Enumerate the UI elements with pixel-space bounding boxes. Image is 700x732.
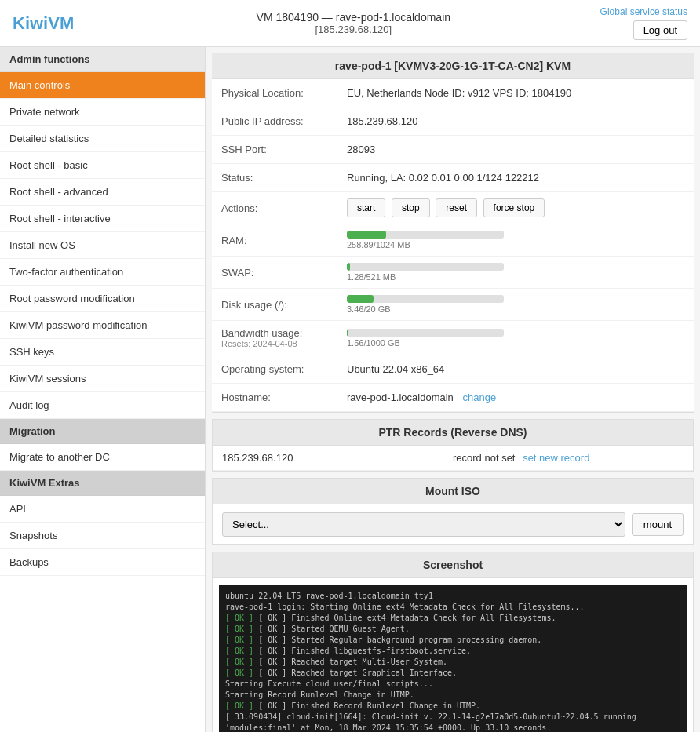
actions-value: start stop reset force stop	[347, 198, 684, 217]
sidebar-item-root-password[interactable]: Root password modification	[0, 286, 205, 312]
bandwidth-row: Bandwidth usage: Resets: 2024-04-08 1.56…	[212, 321, 694, 355]
sidebar-item-root-shell-advanced[interactable]: Root shell - advanced	[0, 179, 205, 206]
topbar-right: Global service status Log out	[600, 6, 687, 40]
screenshot-content: ubuntu 22.04 LTS rave-pod-1.localdomain …	[219, 585, 687, 732]
screenshot-line-6: [ OK ] [ OK ] Reached target Multi-User …	[225, 657, 680, 668]
swap-text: 1.28/521 MB	[347, 272, 684, 282]
vm-ip: [185.239.68.120]	[107, 24, 600, 35]
sidebar-item-audit-log[interactable]: Audit log	[0, 392, 205, 419]
status-row: Status: Running, LA: 0.02 0.01 0.00 1/12…	[212, 164, 694, 192]
public-ip-row: Public IP address: 185.239.68.120	[212, 107, 694, 136]
bandwidth-resets: Resets: 2024-04-08	[221, 339, 347, 348]
ram-value: 258.89/1024 MB	[347, 231, 684, 249]
disk-progress-fill	[347, 295, 374, 303]
sidebar-item-ssh-keys[interactable]: SSH keys	[0, 339, 205, 366]
mount-iso-section: Mount ISO Select... ▼ mount	[212, 478, 694, 545]
sidebar-item-install-new-os[interactable]: Install new OS	[0, 232, 205, 259]
vm-title: VM 1804190 — rave-pod-1.localdomain	[107, 11, 600, 24]
screenshot-line-4: [ OK ] [ OK ] Started Regular background…	[225, 635, 680, 646]
bandwidth-label: Bandwidth usage: Resets: 2024-04-08	[221, 327, 347, 348]
ptr-section: PTR Records (Reverse DNS) 185.239.68.120…	[212, 419, 694, 472]
extras-section-header: KiwiVM Extras	[0, 471, 205, 496]
content-area: rave-pod-1 [KVMV3-20G-1G-1T-CA-CN2] KVM …	[206, 47, 700, 732]
ptr-ip: 185.239.68.120	[222, 452, 453, 464]
sidebar-item-detailed-statistics[interactable]: Detailed statistics	[0, 126, 205, 152]
screenshot-line-0: ubuntu 22.04 LTS rave-pod-1.localdomain …	[225, 591, 680, 602]
screenshot-line-9: Starting Record Runlevel Change in UTMP.	[225, 690, 680, 701]
start-button[interactable]: start	[347, 198, 385, 217]
ptr-title: PTR Records (Reverse DNS)	[213, 420, 693, 446]
logout-button[interactable]: Log out	[633, 20, 687, 40]
ssh-port-value: 28093	[347, 144, 684, 155]
swap-progress-fill	[347, 263, 350, 271]
actions-label: Actions:	[221, 202, 347, 214]
screenshot-section: Screenshot ubuntu 22.04 LTS rave-pod-1.l…	[212, 552, 694, 732]
sidebar-item-backups[interactable]: Backups	[0, 549, 205, 576]
ram-progress-fill	[347, 231, 386, 239]
mount-iso-title: Mount ISO	[213, 479, 693, 504]
disk-progress-bg	[347, 295, 504, 303]
panel-title: rave-pod-1 [KVMV3-20G-1G-1T-CA-CN2] KVM	[212, 53, 694, 79]
sidebar-item-main-controls[interactable]: Main controls	[0, 72, 205, 99]
vm-info: VM 1804190 — rave-pod-1.localdomain [185…	[107, 11, 600, 35]
disk-label: Disk usage (/):	[221, 299, 347, 311]
ram-row: RAM: 258.89/1024 MB	[212, 224, 694, 257]
sidebar-item-api[interactable]: API	[0, 496, 205, 523]
reset-button[interactable]: reset	[436, 198, 477, 217]
sidebar-item-private-network[interactable]: Private network	[0, 99, 205, 126]
os-value: Ubuntu 22.04 x86_64	[347, 363, 684, 375]
hostname-change-link[interactable]: change	[462, 391, 496, 403]
ptr-set-link[interactable]: set new record	[523, 452, 589, 464]
migration-section-header: Migration	[0, 419, 205, 444]
bandwidth-text: 1.56/1000 GB	[347, 338, 684, 348]
sidebar-item-migrate-dc[interactable]: Migrate to another DC	[0, 444, 205, 471]
hostname-label: Hostname:	[221, 391, 347, 403]
sidebar-item-kiwivm-sessions[interactable]: KiwiVM sessions	[0, 366, 205, 392]
sidebar-item-snapshots[interactable]: Snapshots	[0, 523, 205, 549]
sidebar-item-two-factor-auth[interactable]: Two-factor authentication	[0, 259, 205, 286]
global-status-link[interactable]: Global service status	[600, 6, 687, 17]
status-label: Status:	[221, 172, 347, 184]
sidebar-item-kiwivm-password[interactable]: KiwiVM password modification	[0, 312, 205, 339]
screenshot-line-11: [ 33.090434] cloud-init[1664]: Cloud-ini…	[225, 712, 680, 732]
os-label: Operating system:	[221, 363, 347, 375]
screenshot-line-5: [ OK ] [ OK ] Finished libguestfs-firstb…	[225, 646, 680, 657]
physical-location-row: Physical Location: EU, Netherlands Node …	[212, 79, 694, 107]
bandwidth-progress-bg	[347, 329, 504, 337]
status-value: Running, LA: 0.02 0.01 0.00 1/124 122212	[347, 172, 684, 184]
screenshot-title: Screenshot	[213, 552, 693, 578]
ptr-row: 185.239.68.120 record not set set new re…	[213, 446, 693, 471]
swap-label: SWAP:	[221, 267, 347, 279]
logo: KiwiVM	[13, 13, 107, 34]
swap-value: 1.28/521 MB	[347, 263, 684, 282]
public-ip-label: Public IP address:	[221, 115, 347, 127]
physical-location-value: EU, Netherlands Node ID: v912 VPS ID: 18…	[347, 87, 684, 99]
ram-text: 258.89/1024 MB	[347, 240, 684, 249]
ssh-port-label: SSH Port:	[221, 144, 347, 155]
os-row: Operating system: Ubuntu 22.04 x86_64	[212, 355, 694, 384]
screenshot-line-3: [ OK ] [ OK ] Started QEMU Guest Agent.	[225, 624, 680, 635]
bandwidth-value: 1.56/1000 GB	[347, 329, 684, 348]
mount-button[interactable]: mount	[632, 513, 684, 536]
sidebar: Admin functions Main controls Private ne…	[0, 47, 206, 732]
ptr-status: record not set set new record	[453, 452, 684, 464]
screenshot-line-1: rave-pod-1 login: Starting Online ext4 M…	[225, 602, 680, 613]
main-info-panel: rave-pod-1 [KVMV3-20G-1G-1T-CA-CN2] KVM …	[212, 53, 694, 413]
sidebar-item-root-shell-interactive[interactable]: Root shell - interactive	[0, 206, 205, 232]
disk-text: 3.46/20 GB	[347, 304, 684, 314]
ram-label: RAM:	[221, 235, 347, 246]
force-stop-button[interactable]: force stop	[483, 198, 545, 217]
iso-select[interactable]: Select...	[222, 512, 625, 537]
swap-row: SWAP: 1.28/521 MB	[212, 257, 694, 289]
disk-row: Disk usage (/): 3.46/20 GB	[212, 289, 694, 321]
hostname-row: Hostname: rave-pod-1.localdomain change	[212, 384, 694, 412]
screenshot-line-2: [ OK ] [ OK ] Finished Online ext4 Metad…	[225, 613, 680, 624]
swap-progress-bg	[347, 263, 504, 271]
topbar: KiwiVM VM 1804190 — rave-pod-1.localdoma…	[0, 0, 700, 47]
stop-button[interactable]: stop	[392, 198, 430, 217]
screenshot-line-7: [ OK ] [ OK ] Reached target Graphical I…	[225, 668, 680, 679]
ssh-port-row: SSH Port: 28093	[212, 136, 694, 164]
screenshot-line-8: Starting Execute cloud user/final script…	[225, 679, 680, 690]
screenshot-line-10: [ OK ] [ OK ] Finished Record Runlevel C…	[225, 701, 680, 712]
sidebar-item-root-shell-basic[interactable]: Root shell - basic	[0, 152, 205, 179]
